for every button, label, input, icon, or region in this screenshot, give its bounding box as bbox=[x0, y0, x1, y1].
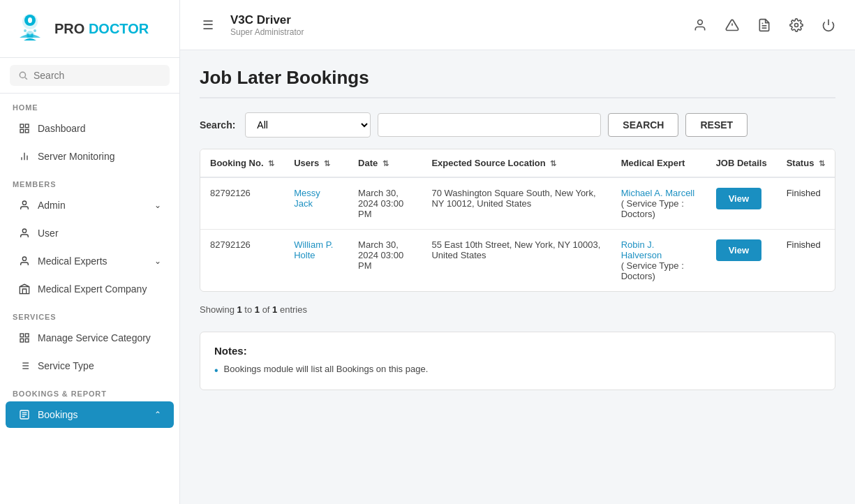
col-status: Status ⇅ bbox=[777, 149, 835, 177]
search-input[interactable] bbox=[34, 70, 161, 81]
cell-booking-no: 82792126 bbox=[200, 230, 284, 292]
notes-box: Notes: Bookings module will list all Boo… bbox=[200, 332, 835, 390]
topbar: ☰ V3C Driver Super Administrator bbox=[180, 0, 855, 50]
cell-status: Finished bbox=[777, 177, 835, 230]
cell-location: 55 East 10th Street, New York, NY 10003,… bbox=[422, 230, 611, 292]
person-icon bbox=[18, 255, 31, 267]
sidebar-item-label: Dashboard bbox=[38, 123, 161, 134]
search-box[interactable] bbox=[10, 65, 170, 86]
view-button[interactable]: View bbox=[716, 188, 761, 209]
notes-icon bbox=[757, 18, 771, 32]
pagination-text: Showing 1 to 1 of 1 entries bbox=[200, 299, 835, 326]
sidebar-item-medical-experts[interactable]: Medical Experts ⌄ bbox=[6, 248, 174, 274]
svg-point-33 bbox=[698, 20, 703, 24]
alert-button[interactable] bbox=[722, 15, 742, 35]
power-button[interactable] bbox=[819, 15, 838, 35]
main-content: Job Later Bookings Search: All Booking N… bbox=[180, 50, 855, 504]
sidebar-item-server-monitoring[interactable]: Server Monitoring bbox=[6, 143, 174, 170]
svg-rect-11 bbox=[25, 129, 29, 133]
sidebar-item-label: Medical Expert Company bbox=[38, 283, 161, 295]
filter-input[interactable] bbox=[378, 113, 601, 137]
sidebar-item-medical-expert-company[interactable]: Medical Expert Company bbox=[6, 276, 174, 302]
sort-icon: ⇅ bbox=[382, 159, 389, 168]
sidebar: PRO DOCTOR HOME Dashboard Server Monitor… bbox=[0, 0, 180, 504]
section-home: HOME bbox=[0, 94, 179, 114]
table-header-row: Booking No. ⇅ Users ⇅ Date ⇅ Expected So… bbox=[200, 149, 835, 177]
col-date: Date ⇅ bbox=[348, 149, 422, 177]
svg-rect-22 bbox=[25, 339, 29, 342]
user-profile-button[interactable] bbox=[690, 15, 710, 35]
section-bookings: BOOKINGS & REPORT bbox=[0, 380, 179, 401]
chevron-down-icon: ⌄ bbox=[154, 256, 161, 266]
cell-user: William P. Holte bbox=[284, 230, 348, 292]
expert-link[interactable]: Robin J. Halverson bbox=[621, 239, 662, 260]
svg-rect-9 bbox=[25, 124, 29, 128]
toggle-sidebar-button[interactable]: ☰ bbox=[197, 15, 219, 36]
settings-button[interactable] bbox=[787, 15, 806, 35]
svg-point-5 bbox=[34, 29, 36, 32]
sidebar-search-container bbox=[0, 58, 179, 94]
list-icon bbox=[18, 360, 31, 372]
chevron-down-icon: ⌄ bbox=[154, 200, 161, 210]
sidebar-item-label: Manage Service Category bbox=[38, 332, 161, 343]
sidebar-item-label: Admin bbox=[38, 200, 147, 211]
user-icon bbox=[693, 18, 707, 32]
main-area: ☰ V3C Driver Super Administrator Job bbox=[180, 0, 855, 504]
notes-button[interactable] bbox=[754, 15, 774, 35]
svg-point-16 bbox=[22, 229, 26, 232]
sidebar-item-label: User bbox=[38, 228, 161, 239]
sidebar-item-user[interactable]: User bbox=[6, 220, 174, 246]
sidebar-item-manage-service-category[interactable]: Manage Service Category bbox=[6, 325, 174, 351]
cell-user: Messy Jack bbox=[284, 177, 348, 230]
reset-button[interactable]: RESET bbox=[685, 113, 748, 137]
search-icon bbox=[18, 71, 28, 80]
cell-status: Finished bbox=[777, 230, 835, 292]
sidebar-item-label: Medical Experts bbox=[38, 255, 147, 267]
admin-name: V3C Driver bbox=[230, 13, 679, 27]
view-button[interactable]: View bbox=[716, 239, 761, 261]
svg-rect-19 bbox=[20, 334, 24, 337]
svg-point-17 bbox=[22, 257, 26, 260]
cell-expert: Michael A. Marcell( Service Type : Docto… bbox=[611, 177, 706, 230]
svg-point-38 bbox=[795, 23, 798, 27]
cell-date: March 30, 2024 03:00 PM bbox=[348, 177, 422, 230]
svg-line-7 bbox=[25, 77, 27, 80]
col-location: Expected Source Location ⇅ bbox=[422, 149, 611, 177]
page-title: Job Later Bookings bbox=[200, 67, 835, 89]
section-services: SERVICES bbox=[0, 303, 179, 324]
person-icon bbox=[18, 227, 31, 239]
search-button[interactable]: SEARCH bbox=[608, 113, 678, 137]
user-link[interactable]: William P. Holte bbox=[294, 239, 333, 260]
filter-select[interactable]: All Booking No. Users Date Status bbox=[245, 112, 371, 138]
sidebar-item-bookings[interactable]: Bookings ⌃ bbox=[6, 401, 174, 428]
gear-icon bbox=[789, 18, 803, 32]
bookings-table: Booking No. ⇅ Users ⇅ Date ⇅ Expected So… bbox=[200, 149, 835, 291]
sort-icon: ⇅ bbox=[550, 159, 556, 168]
page-to: 1 bbox=[255, 304, 260, 315]
table-row: 82792126 Messy Jack March 30, 2024 03:00… bbox=[200, 177, 835, 230]
cell-date: March 30, 2024 03:00 PM bbox=[348, 230, 422, 292]
sidebar-item-label: Server Monitoring bbox=[38, 151, 161, 162]
expert-link[interactable]: Michael A. Marcell bbox=[621, 188, 694, 198]
sidebar-item-label: Service Type bbox=[38, 360, 161, 371]
note-item: Bookings module will list all Bookings o… bbox=[214, 364, 821, 377]
bar-chart-icon bbox=[18, 150, 31, 163]
user-link[interactable]: Messy Jack bbox=[294, 188, 320, 209]
cell-booking-no: 82792126 bbox=[200, 177, 284, 230]
cell-job-details: View bbox=[706, 177, 777, 230]
person-icon bbox=[18, 199, 31, 212]
svg-rect-20 bbox=[25, 334, 29, 337]
sidebar-item-service-type[interactable]: Service Type bbox=[6, 353, 174, 379]
sort-icon: ⇅ bbox=[819, 159, 825, 168]
svg-point-3 bbox=[26, 31, 34, 39]
hamburger-icon: ☰ bbox=[202, 18, 214, 32]
svg-point-2 bbox=[28, 17, 32, 23]
table-body: 82792126 Messy Jack March 30, 2024 03:00… bbox=[200, 177, 835, 291]
sidebar-item-dashboard[interactable]: Dashboard bbox=[6, 115, 174, 142]
sidebar-item-admin[interactable]: Admin ⌄ bbox=[6, 192, 174, 218]
svg-rect-10 bbox=[20, 129, 24, 133]
grid2-icon bbox=[18, 332, 31, 344]
col-job-details: JOB Details bbox=[706, 149, 777, 177]
col-booking-no: Booking No. ⇅ bbox=[200, 149, 284, 177]
col-users: Users ⇅ bbox=[284, 149, 348, 177]
